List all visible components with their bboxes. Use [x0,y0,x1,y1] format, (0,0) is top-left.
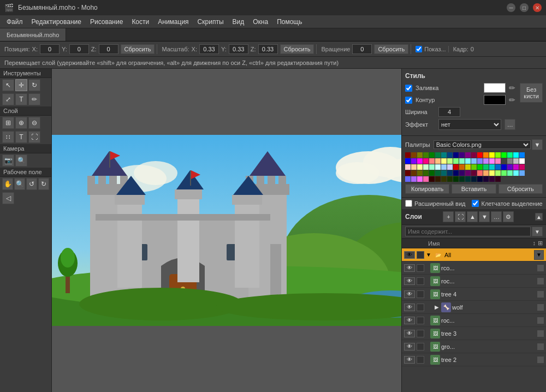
minimize-button[interactable]: ─ [507,3,515,12]
palette-cell[interactable] [459,176,465,182]
palette-cell[interactable] [435,164,441,170]
paste-button[interactable]: Вставить [452,184,496,194]
tool-rotate[interactable]: ↻ [28,79,40,91]
palette-cell[interactable] [489,170,495,176]
palette-cell[interactable] [459,152,465,158]
layer-checkbox[interactable] [417,304,424,311]
effect-select[interactable]: нет [438,119,501,130]
layer-menu[interactable]: ▼ [534,250,544,260]
menu-draw[interactable]: Рисование [86,17,127,27]
layer-checkbox[interactable] [417,317,424,324]
scale-z-input[interactable] [258,44,278,54]
palette-cell[interactable] [465,158,471,164]
palette-cell[interactable] [453,176,459,182]
palette-cell[interactable] [495,164,501,170]
palette-cell[interactable] [489,164,495,170]
palette-cell[interactable] [507,170,513,176]
palette-cell[interactable] [441,152,447,158]
search-dropdown-button[interactable]: ▼ [532,227,543,236]
palette-cell[interactable] [423,170,429,176]
layer-checkbox[interactable] [417,290,424,298]
palette-cell[interactable] [483,176,489,182]
palette-cell[interactable] [495,170,501,176]
layer-item[interactable]: 👁 🖼 gro... [402,340,546,353]
palette-cell[interactable] [447,164,453,170]
pos-x-input[interactable] [40,44,60,54]
tool-l6[interactable]: ⛶ [28,131,40,143]
layer-item[interactable]: 👁 🖼 roc... [402,314,546,327]
palette-select[interactable]: Basic Colors.png [434,140,531,149]
layers-collapse-button[interactable]: ▲ [535,213,543,221]
layer-checkbox[interactable] [417,330,424,337]
scale-x-input[interactable] [199,44,219,54]
palette-cell[interactable] [417,152,423,158]
rot-reset-button[interactable]: Сбросить [374,44,408,54]
palette-cell[interactable] [441,170,447,176]
palette-cell[interactable] [429,176,435,182]
palette-cell[interactable] [459,164,465,170]
document-tab[interactable]: Безымянный.moho [0,28,66,41]
reset-palette-button[interactable]: Сбросить [498,184,543,194]
palette-cell[interactable] [477,152,483,158]
menu-help[interactable]: Помощь [272,17,306,27]
palette-cell[interactable] [489,152,495,158]
effect-options-button[interactable]: … [505,119,515,130]
palette-cell[interactable] [411,164,417,170]
tool-shear[interactable]: T [15,93,27,105]
palette-cell[interactable] [483,170,489,176]
outline-color-box[interactable] [484,95,506,105]
layer-item[interactable]: 👁 🖼 roc... [402,275,546,288]
no-brush-button[interactable]: Без кисти [520,83,543,103]
maximize-button[interactable]: □ [520,3,529,12]
palette-cell[interactable] [471,176,477,182]
palette-cell[interactable] [441,158,447,164]
palette-cell[interactable] [405,158,411,164]
tool-l3[interactable]: ⊖ [28,117,40,129]
palette-cell[interactable] [405,152,411,158]
palette-cell[interactable] [501,158,507,164]
palette-cell[interactable] [405,170,411,176]
outline-brush-icon[interactable]: ✏ [509,96,515,104]
tool-ws3[interactable]: ↺ [26,178,37,190]
layers-more-button[interactable]: … [491,211,502,222]
palette-cell[interactable] [519,152,525,158]
fill-checkbox[interactable] [405,85,412,92]
palette-cell[interactable] [447,158,453,164]
palette-cell[interactable] [501,170,507,176]
tool-ws5[interactable]: ◁ [2,192,14,204]
pos-z-input[interactable] [99,44,118,54]
layer-item[interactable]: 👁 🖼 tree 2 [402,353,546,366]
palette-cell[interactable] [411,152,417,158]
layer-visibility[interactable]: 👁 [404,290,415,298]
tool-l5[interactable]: T [15,131,27,143]
palette-cell[interactable] [411,158,417,164]
palette-cell[interactable] [519,164,525,170]
palette-cell[interactable] [495,176,501,182]
layer-visibility[interactable]: 👁 [404,264,415,272]
palette-cell[interactable] [417,176,423,182]
palette-cell[interactable] [411,170,417,176]
palette-cell[interactable] [435,158,441,164]
layer-visibility[interactable]: 👁 [404,356,415,364]
palette-cell[interactable] [429,158,435,164]
grid-sel-checkbox[interactable] [472,200,479,207]
tool-ws2[interactable]: 🔍 [14,178,25,190]
tool-cam2[interactable]: 🔍 [15,155,27,167]
palette-cell[interactable] [519,158,525,164]
palette-cell[interactable] [507,158,513,164]
palette-cell[interactable] [489,158,495,164]
palette-cell[interactable] [453,158,459,164]
layer-visibility[interactable]: 👁 [404,277,415,285]
menu-edit[interactable]: Редактирование [27,17,86,27]
palette-cell[interactable] [411,176,417,182]
palette-cell[interactable] [471,152,477,158]
menu-bone[interactable]: Кости [127,17,153,27]
palette-cell[interactable] [459,158,465,164]
adv-view-checkbox[interactable] [405,200,412,207]
palette-cell[interactable] [441,164,447,170]
tool-scale[interactable]: ⤢ [2,93,14,105]
palette-cell[interactable] [423,158,429,164]
layer-checkbox[interactable] [417,251,424,259]
tool-l1[interactable]: ⊞ [2,117,14,129]
tool-l4[interactable]: ∷ [2,131,14,143]
